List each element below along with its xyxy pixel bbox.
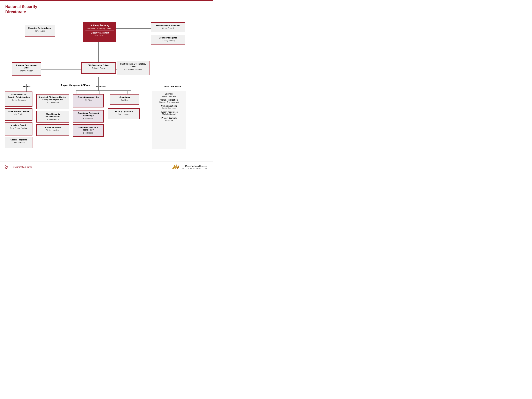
matrix-hr-role: Human Resources [153,111,185,113]
pnnl-text-area: Pacific Northwest NATIONAL LABORATORY [182,165,208,169]
operations-name: Joe Cruz [112,99,137,101]
matrix-comm-name: Kannan Krishnaswami [153,101,185,103]
security-ops-box: Security Operations Joe Lenaeus [108,108,140,119]
pmo-gsi-role: Global Security Implementation [38,113,67,118]
matrix-pc-role: Project Controls [153,117,185,119]
org-detail-link[interactable]: Organization Detail [13,166,32,168]
footer-left: Organization Detail [5,165,32,169]
matrix-area: Business Janie Treadway Commercializatio… [152,91,186,149]
security-ops-name: Joe Lenaeus [110,113,138,115]
div-ost-name: Keith Freier [75,118,101,120]
div-sst-box: Signatures Science & Technology Bob Runk… [73,124,104,137]
operations-box: Operations Joe Cruz [110,94,139,105]
sector-hs-name: Jami Prigge (acting) [7,127,30,129]
div-ca-box: Computing & Analytics Bill Pike [73,94,104,108]
org-icon [5,165,11,169]
matrix-project-controls: Project Controls Juai Jao [152,116,186,121]
program-dev-role: Program Development Office [14,64,39,69]
div-sst-role: Signatures Science & Technology [75,126,101,131]
footer: Organization Detail Pacific Northwest NA… [0,162,213,172]
page-title: National Security Directorate [0,1,213,14]
matrix-pc-name: Juai Jao [153,119,185,121]
matrix-business: Business Janie Treadway [152,92,186,97]
div-ost-box: Operational Systems & Technology Keith F… [73,110,104,122]
matrix-communications: Communications David Hachigian [152,104,186,109]
coo-box: Chief Operating Officer Deborah Gracio [81,62,116,74]
counterintel-name: J. Sung Maeng [153,39,183,42]
matrix-comms-role: Communications [153,105,185,107]
sector-nnsa-name: Daniel Stephens [7,99,30,101]
exec-policy-role: Executive Policy Advisor [27,27,53,29]
matrix-hr: Human Resources Michele Stewart [152,110,186,115]
program-dev-box: Program Development Office Dennis Nelson [12,62,41,76]
div-ca-role: Computing & Analytics [75,96,101,98]
matrix-functions-label: Matrix Functions [158,85,188,88]
program-dev-name: Dennis Nelson [14,70,39,72]
pnnl-logo: Pacific Northwest NATIONAL LABORATORY [171,163,208,171]
security-ops-role: Security Operations [110,110,138,113]
sector-dod-role: Department of Defense [7,110,30,113]
sectors-label: Sectors [12,85,41,88]
field-intel-role: Field Intelligence Element [153,24,183,27]
sector-sp-name: Chris Aardahl [7,141,30,144]
sector-nnsa-box: National Nuclear Security Administration… [5,91,32,107]
matrix-business-role: Business [153,93,185,95]
director-role: Anthony Peurrung [85,24,114,27]
sector-dod-box: Department of Defense Kim Fowler [5,108,32,121]
title-line2: Directorate [5,10,26,14]
sector-sp-role: Special Programs [7,139,30,141]
pnnl-logo-icon [171,163,180,171]
director-title: Associate Laboratory Director [85,27,114,29]
matrix-hr-name: Michele Stewart [153,113,185,115]
sector-sp-box: Special Programs Chris Aardahl [5,137,32,148]
counterintel-role: Counterintelligence [153,37,183,39]
pnnl-name: Pacific Northwest [182,165,208,168]
matrix-comm-role: Commercialization [153,99,185,101]
svg-rect-21 [7,167,9,168]
exec-policy-box: Executive Policy Advisor Tom Harper [25,25,55,37]
org-chart: Anthony Peurrung Associate Laboratory Di… [0,14,213,160]
ea-role: Executive Assistant [85,32,114,34]
ea-name: Julie Nelson [85,34,114,36]
title-line1: National Security [5,4,37,9]
pnnl-sub: NATIONAL LABORATORY [182,168,208,169]
matrix-comms-name: David Hachigian [153,107,185,109]
svg-rect-20 [6,167,7,168]
pmo-gsi-box: Global Security Implementation Mario Per… [36,111,69,122]
operations-role: Operations [112,96,137,98]
pmo-sp-name: Tricia Lewallen [38,129,67,131]
sector-nnsa-role: National Nuclear Security Administration [7,93,30,98]
sector-hs-box: Homeland Security Jami Prigge (acting) [5,122,32,135]
svg-rect-19 [6,165,7,166]
director-box: Anthony Peurrung Associate Laboratory Di… [83,22,116,42]
div-ost-role: Operational Systems & Technology [75,112,101,117]
pmo-sp-role: Special Programs [38,126,67,129]
matrix-commercialization: Commercialization Kannan Krishnaswami [152,98,186,103]
coo-role: Chief Operating Officer [83,64,114,66]
exec-policy-name: Tom Harper [27,30,53,32]
sector-hs-role: Homeland Security [7,124,30,127]
pmo-label-text: Project Management Offices [61,84,89,87]
pmo-gsi-name: Mario Pereira [38,119,67,120]
pmo-cbns-role: Chemical, Biological, Nuclear Surety and… [38,96,67,101]
counterintel-box: Counterintelligence J. Sung Maeng [151,35,185,44]
pmo-cbns-name: Bill Richmond [38,101,67,104]
div-ca-name: Bill Pike [75,99,101,101]
coo-name: Deborah Gracio [83,67,114,69]
csto-box: Chief Science & Technology Officer Chris… [117,61,150,75]
field-intel-name: Cindy Parnell [153,27,183,29]
div-sst-name: Bob Runkle [75,132,101,134]
pmo-cbns-box: Chemical, Biological, Nuclear Surety and… [36,94,69,109]
csto-name: Christopher Deeney [119,68,147,70]
field-intel-box: Field Intelligence Element Cindy Parnell [151,22,185,32]
matrix-business-name: Janie Treadway [153,95,185,97]
svg-rect-22 [6,168,7,169]
divisions-label: Divisions [87,85,115,88]
csto-role: Chief Science & Technology Officer [119,63,147,68]
sector-dod-name: Kim Fowler [7,113,30,115]
pmo-sp-box: Special Programs Tricia Lewallen [36,124,69,136]
